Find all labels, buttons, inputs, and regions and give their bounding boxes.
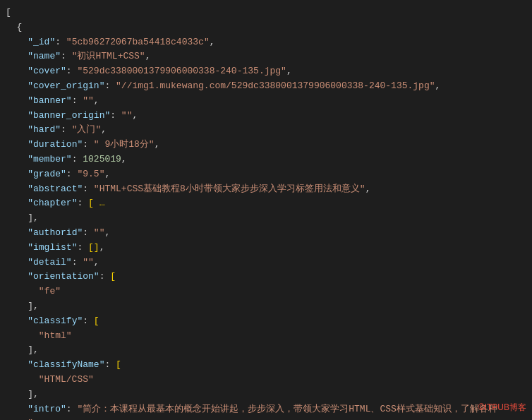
code-line: "chapter": [ … bbox=[0, 196, 532, 211]
code-line: "cover": "529dc3380001379906000338-240-1… bbox=[0, 64, 532, 79]
code-line: "banner_origin": "", bbox=[0, 109, 532, 124]
code-line: "member": 1025019, bbox=[0, 152, 532, 167]
code-line: "hard": "入门", bbox=[0, 123, 532, 138]
code-line: [ bbox=[0, 6, 532, 20]
code-line: "_id": "5cb96272067ba54418c4033c", bbox=[0, 35, 532, 50]
code-line: "classifyName": [ bbox=[0, 358, 532, 373]
code-line: "detail": "", bbox=[0, 256, 532, 270]
code-line: "name": "初识HTML+CSS", bbox=[0, 49, 532, 64]
code-line: ], bbox=[0, 388, 532, 402]
code-line: "HTML/CSS" bbox=[0, 373, 532, 388]
code-line: "orientation": [ bbox=[0, 270, 532, 284]
code-viewer: [ { "_id": "5cb96272067ba54418c4033c", "… bbox=[0, 0, 532, 420]
code-line: "duration": " 9小时18分", bbox=[0, 138, 532, 152]
code-line: "classify": [ bbox=[0, 314, 532, 329]
watermark-label: ©ITPUB博客 bbox=[478, 401, 526, 414]
code-line: "html" bbox=[0, 329, 532, 344]
code-line: "banner": "", bbox=[0, 94, 532, 109]
code-line: "authorid": "", bbox=[0, 226, 532, 241]
code-line: ], bbox=[0, 299, 532, 314]
code-line: "cover_origin": "//img1.mukewang.com/529… bbox=[0, 79, 532, 94]
code-line: ], bbox=[0, 211, 532, 226]
code-line: "intro": "简介：本课程从最基本的概念开始讲起，步步深入，带领大家学习H… bbox=[0, 402, 532, 417]
code-line: { bbox=[0, 20, 532, 35]
code-line: ", bbox=[0, 416, 532, 420]
code-line: "imglist": [], bbox=[0, 241, 532, 256]
code-line: "abstract": "HTML+CSS基础教程8小时带领大家步步深入学习标签… bbox=[0, 182, 532, 197]
code-line: ], bbox=[0, 343, 532, 358]
code-line: "grade": "9.5", bbox=[0, 167, 532, 182]
code-line: "fe" bbox=[0, 284, 532, 299]
